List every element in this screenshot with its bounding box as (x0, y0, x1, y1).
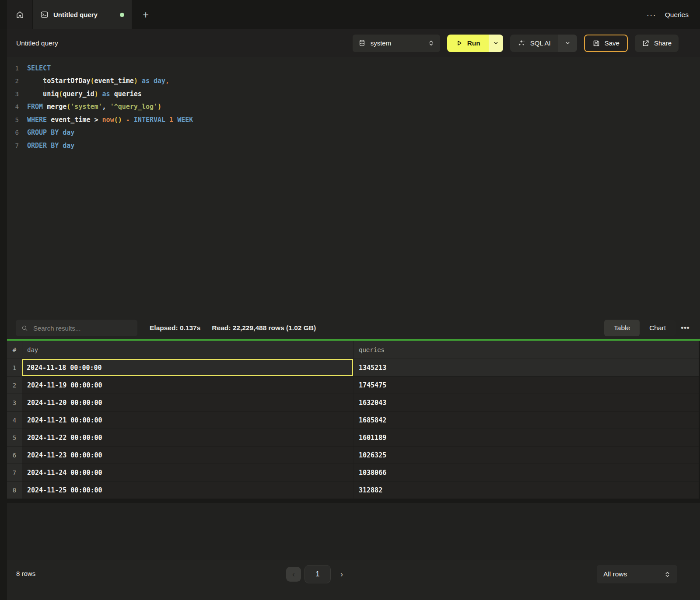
tab-label: Untitled query (53, 11, 98, 18)
tab-table-view[interactable]: Table (604, 320, 640, 336)
share-button-label: Share (654, 39, 672, 47)
table-row[interactable]: 42024-11-21 00:00:001685842 (7, 412, 699, 429)
column-header-index[interactable]: # (7, 346, 22, 353)
line-number: 5 (7, 116, 27, 123)
cell-queries[interactable]: 1026325 (353, 447, 699, 464)
row-count: 8 rows (16, 570, 35, 577)
cell-queries[interactable]: 1745475 (353, 377, 699, 394)
search-results-box[interactable] (16, 320, 137, 336)
results-menu-ellipsis-icon[interactable]: ••• (681, 323, 690, 333)
row-number: 7 (7, 464, 22, 481)
row-number: 5 (7, 429, 22, 446)
results-table: # day queries 12024-11-18 00:00:00134521… (7, 341, 699, 499)
chevron-down-icon (493, 40, 499, 46)
code-line[interactable]: 2 toStartOfDay(event_time) as day, (7, 75, 700, 88)
cell-day[interactable]: 2024-11-24 00:00:00 (22, 464, 353, 481)
table-row[interactable]: 52024-11-22 00:00:001601189 (7, 429, 699, 447)
tabbar-right: ··· Queries (647, 0, 689, 29)
home-button[interactable] (7, 0, 33, 29)
next-page-button[interactable]: › (334, 567, 349, 582)
cell-day[interactable]: 2024-11-20 00:00:00 (22, 394, 353, 411)
cell-queries[interactable]: 312882 (353, 481, 699, 499)
row-number: 2 (7, 377, 22, 394)
terminal-icon (40, 10, 49, 19)
elapsed-stat: Elapsed: 0.137s (150, 324, 200, 332)
page-size-value: All rows (603, 570, 627, 578)
database-icon (358, 39, 366, 47)
database-select-value: system (371, 39, 392, 47)
column-header-queries[interactable]: queries (353, 341, 699, 359)
code-text: toStartOfDay(event_time) as day, (27, 77, 169, 85)
queries-link[interactable]: Queries (665, 11, 689, 19)
line-number: 3 (7, 91, 27, 98)
query-toolbar: Untitled query system Run (7, 29, 700, 57)
cell-queries[interactable]: 1038066 (353, 464, 699, 481)
sql-ai-options-button[interactable] (558, 35, 577, 52)
table-row[interactable]: 82024-11-25 00:00:00312882 (7, 481, 699, 499)
search-icon (21, 324, 28, 332)
cell-day[interactable]: 2024-11-19 00:00:00 (22, 377, 353, 394)
cell-day[interactable]: 2024-11-23 00:00:00 (22, 447, 353, 464)
row-number: 1 (7, 359, 22, 376)
sparkles-icon (518, 39, 526, 47)
home-icon (15, 10, 24, 19)
cell-day[interactable]: 2024-11-18 00:00:00 (22, 359, 353, 376)
page-title: Untitled query (16, 39, 58, 47)
database-select[interactable]: system (353, 35, 440, 52)
line-number: 1 (7, 65, 27, 72)
line-number: 6 (7, 129, 27, 136)
table-row[interactable]: 72024-11-24 00:00:001038066 (7, 464, 699, 481)
results-toolbar: Elapsed: 0.137s Read: 22,229,488 rows (1… (7, 316, 700, 340)
table-row[interactable]: 62024-11-23 00:00:001026325 (7, 447, 699, 464)
code-lines: 1SELECT2 toStartOfDay(event_time) as day… (7, 62, 700, 152)
code-text: WHERE event_time > now() - INTERVAL 1 WE… (27, 116, 193, 124)
share-button[interactable]: Share (635, 35, 679, 52)
code-line[interactable]: 6GROUP BY day (7, 126, 700, 140)
tab-chart-view[interactable]: Chart (640, 320, 676, 336)
table-row[interactable]: 12024-11-18 00:00:001345213 (7, 359, 699, 377)
code-line[interactable]: 1SELECT (7, 62, 700, 75)
table-row[interactable]: 22024-11-19 00:00:001745475 (7, 377, 699, 394)
column-header-day[interactable]: day (22, 341, 353, 359)
table-row[interactable]: 32024-11-20 00:00:001632043 (7, 394, 699, 412)
run-options-button[interactable] (489, 35, 503, 52)
chevron-down-icon (565, 40, 570, 46)
page-size-select[interactable]: All rows (597, 565, 677, 583)
line-number: 2 (7, 77, 27, 84)
cell-queries[interactable]: 1345213 (353, 359, 699, 376)
ellipsis-icon[interactable]: ··· (647, 10, 656, 19)
cell-day[interactable]: 2024-11-22 00:00:00 (22, 429, 353, 446)
table-body: 12024-11-18 00:00:00134521322024-11-19 0… (7, 359, 699, 499)
cell-day[interactable]: 2024-11-25 00:00:00 (22, 481, 353, 499)
run-button-label: Run (467, 39, 480, 47)
code-line[interactable]: 7ORDER BY day (7, 139, 700, 152)
cell-queries[interactable]: 1632043 (353, 394, 699, 411)
code-text: FROM merge('system', '^query_log') (27, 103, 161, 111)
new-tab-button[interactable]: + (132, 0, 160, 29)
save-button[interactable]: Save (584, 35, 628, 52)
view-toggle: Table Chart (604, 320, 676, 336)
search-input[interactable] (32, 324, 132, 332)
code-line[interactable]: 4FROM merge('system', '^query_log') (7, 101, 700, 114)
play-icon (455, 39, 463, 47)
row-number: 3 (7, 394, 22, 411)
code-text: SELECT (27, 64, 51, 72)
sql-ai-button-group: SQL AI (510, 35, 577, 52)
code-line[interactable]: 5WHERE event_time > now() - INTERVAL 1 W… (7, 113, 700, 126)
cell-queries[interactable]: 1685842 (353, 412, 699, 429)
code-line[interactable]: 3 uniq(query_id) as queries (7, 87, 700, 101)
floppy-icon (592, 39, 600, 47)
tab-bar: Untitled query + ··· Queries (0, 0, 700, 29)
sql-editor[interactable]: 1SELECT2 toStartOfDay(event_time) as day… (7, 57, 700, 316)
cell-queries[interactable]: 1601189 (353, 429, 699, 446)
row-number: 6 (7, 447, 22, 464)
prev-page-button[interactable]: ‹ (286, 567, 301, 582)
run-button-group: Run (447, 35, 503, 52)
read-stat: Read: 22,229,488 rows (1.02 GB) (212, 324, 316, 332)
cell-day[interactable]: 2024-11-21 00:00:00 (22, 412, 353, 429)
tab-untitled-query[interactable]: Untitled query (33, 0, 132, 29)
sql-ai-button[interactable]: SQL AI (510, 35, 558, 52)
save-button-label: Save (605, 39, 620, 47)
current-page-button[interactable]: 1 (304, 565, 331, 583)
run-button[interactable]: Run (447, 35, 489, 52)
